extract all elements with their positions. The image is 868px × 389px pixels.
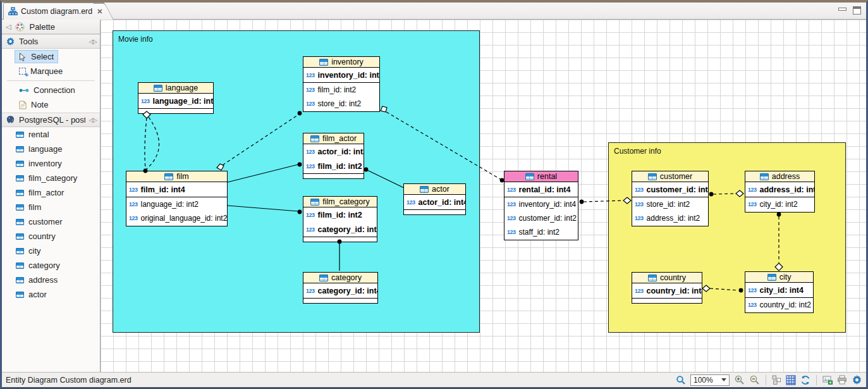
- column-original_language_id[interactable]: 123original_language_id: int2: [126, 211, 227, 225]
- entity-header[interactable]: actor: [404, 184, 465, 195]
- entity-header[interactable]: language: [138, 83, 213, 94]
- sidebar-item-film_category[interactable]: film_category: [2, 171, 100, 185]
- entity-header[interactable]: film_actor: [303, 133, 364, 144]
- sidebar-item-label: customer: [28, 217, 62, 226]
- erd-canvas[interactable]: Movie info Customer info: [101, 20, 866, 372]
- numeric-type-icon: 123: [748, 287, 757, 293]
- column-inventory_id[interactable]: 123inventory_id: int4: [303, 68, 379, 82]
- entity-film_category[interactable]: film_category 123film_id: int2 123catego…: [303, 196, 377, 242]
- column-film_id[interactable]: 123film_id: int4: [126, 182, 227, 197]
- column-label: country_id: int2: [760, 300, 811, 309]
- column-staff_id[interactable]: 123staff_id: int2: [504, 225, 578, 239]
- status-label: Entity Diagram Custom diagram.erd: [6, 376, 676, 385]
- entity-customer[interactable]: customer 123customer_id: int4 123store_i…: [632, 171, 709, 226]
- table-icon: [310, 135, 319, 142]
- entity-header[interactable]: country: [632, 273, 702, 283]
- entity-category[interactable]: category 123category_id: int4: [303, 272, 378, 304]
- sidebar-item-film_actor[interactable]: film_actor: [2, 185, 100, 200]
- collapse-palette-icon[interactable]: ◁: [6, 23, 11, 31]
- tools-label: Tools: [19, 37, 85, 46]
- column-inventory_id[interactable]: 123inventory_id: int4: [504, 197, 578, 211]
- column-country_id[interactable]: 123country_id: int2: [745, 298, 813, 312]
- column-store_id[interactable]: 123store_id: int2: [303, 97, 379, 111]
- entity-rental[interactable]: rental 123rental_id: int4 123inventory_i…: [504, 171, 578, 240]
- column-address_id[interactable]: 123address_id: int2: [632, 211, 708, 225]
- column-customer_id[interactable]: 123customer_id: int2: [504, 211, 578, 225]
- tool-note[interactable]: Note: [15, 98, 52, 111]
- sidebar-item-country[interactable]: country: [2, 229, 100, 244]
- pin-icon[interactable]: ◁▷: [89, 38, 96, 45]
- search-icon[interactable]: [676, 375, 686, 385]
- save-as-image-icon[interactable]: [822, 376, 833, 385]
- database-section-header[interactable]: PostgreSQL - post... ◁▷: [2, 113, 100, 127]
- status-bar: Entity Diagram Custom diagram.erd 100%: [2, 372, 866, 387]
- tab-custom-diagram[interactable]: Custom diagram.erd ✕: [3, 3, 104, 20]
- entity-language[interactable]: language 123language_id: int4: [138, 82, 214, 114]
- entity-header[interactable]: city: [745, 272, 813, 283]
- column-city_id[interactable]: 123city_id: int4: [745, 283, 813, 297]
- entity-film[interactable]: film 123film_id: int4 123language_id: in…: [126, 171, 228, 226]
- entity-country[interactable]: country 123country_id: int4: [632, 272, 702, 304]
- minimize-icon[interactable]: [838, 8, 847, 11]
- diagram-layout-icon[interactable]: [772, 375, 781, 385]
- sidebar-item-actor[interactable]: actor: [2, 287, 100, 302]
- entity-header[interactable]: film: [126, 171, 227, 182]
- column-film_id[interactable]: 123film_id: int2: [303, 83, 379, 97]
- column-address_id[interactable]: 123address_id: int4: [745, 182, 814, 197]
- pin-icon[interactable]: ◁▷: [89, 116, 96, 123]
- grid-toggle-icon[interactable]: [786, 375, 796, 385]
- sidebar-item-rental[interactable]: rental: [2, 127, 100, 142]
- entity-actor[interactable]: actor 123actor_id: int4: [403, 183, 466, 215]
- column-label: category_id: int2: [318, 225, 377, 234]
- column-label: address_id: int4: [760, 185, 814, 194]
- zoom-in-icon[interactable]: [734, 374, 745, 385]
- entity-inventory[interactable]: inventory 123inventory_id: int4 123film_…: [303, 56, 380, 112]
- entity-header[interactable]: film_category: [303, 197, 377, 207]
- refresh-icon[interactable]: [800, 375, 810, 385]
- column-store_id[interactable]: 123store_id: int2: [632, 197, 708, 211]
- column-rental_id[interactable]: 123rental_id: int4: [504, 182, 578, 197]
- column-category_id[interactable]: 123category_id: int2: [303, 222, 377, 237]
- zoom-out-icon[interactable]: [749, 374, 760, 385]
- column-customer_id[interactable]: 123customer_id: int4: [632, 182, 708, 197]
- entity-header[interactable]: inventory: [303, 57, 379, 68]
- print-icon[interactable]: [837, 375, 847, 385]
- entity-header[interactable]: address: [745, 171, 814, 182]
- table-icon: [154, 85, 162, 92]
- sidebar-item-city[interactable]: city: [2, 244, 100, 258]
- sidebar-item-film[interactable]: film: [2, 200, 100, 214]
- column-label: film_id: int2: [318, 211, 362, 219]
- column-language_id[interactable]: 123language_id: int4: [138, 94, 213, 108]
- column-city_id[interactable]: 123city_id: int2: [745, 197, 814, 211]
- table-icon: [310, 199, 319, 206]
- entity-header[interactable]: rental: [504, 171, 578, 182]
- tool-select[interactable]: Select: [15, 50, 58, 63]
- column-country_id[interactable]: 123country_id: int4: [632, 283, 702, 298]
- column-film_id[interactable]: 123film_id: int2: [303, 207, 377, 222]
- entity-city[interactable]: city 123city_id: int4 123country_id: int…: [745, 271, 814, 313]
- column-film_id[interactable]: 123film_id: int2: [303, 159, 364, 173]
- entity-film_actor[interactable]: film_actor 123actor_id: int2 123film_id:…: [303, 133, 364, 179]
- gear-icon: [6, 37, 15, 46]
- sidebar-item-inventory[interactable]: inventory: [2, 156, 100, 171]
- zoom-level-select[interactable]: 100%: [690, 374, 730, 386]
- maximize-icon[interactable]: [853, 6, 861, 15]
- numeric-type-icon: 123: [635, 187, 644, 193]
- tools-section-header[interactable]: Tools ◁▷: [2, 34, 100, 49]
- sidebar-item-address[interactable]: address: [2, 273, 100, 287]
- column-actor_id[interactable]: 123actor_id: int2: [303, 144, 364, 159]
- tab-close-icon[interactable]: ✕: [97, 8, 102, 16]
- sidebar-item-label: city: [28, 246, 41, 256]
- tool-connection[interactable]: Connection: [15, 83, 80, 97]
- settings-gear-icon[interactable]: [852, 374, 862, 385]
- column-category_id[interactable]: 123category_id: int4: [303, 283, 377, 298]
- column-language_id[interactable]: 123language_id: int2: [126, 197, 227, 211]
- entity-header[interactable]: category: [303, 273, 377, 283]
- sidebar-item-category[interactable]: category: [2, 258, 100, 273]
- sidebar-item-customer[interactable]: customer: [2, 214, 100, 229]
- entity-address[interactable]: address 123address_id: int4 123city_id: …: [745, 171, 815, 213]
- sidebar-item-language[interactable]: language: [2, 142, 100, 156]
- tool-marquee[interactable]: Marquee: [15, 65, 67, 78]
- entity-header[interactable]: customer: [632, 171, 708, 182]
- column-actor_id[interactable]: 123actor_id: int4: [404, 195, 465, 209]
